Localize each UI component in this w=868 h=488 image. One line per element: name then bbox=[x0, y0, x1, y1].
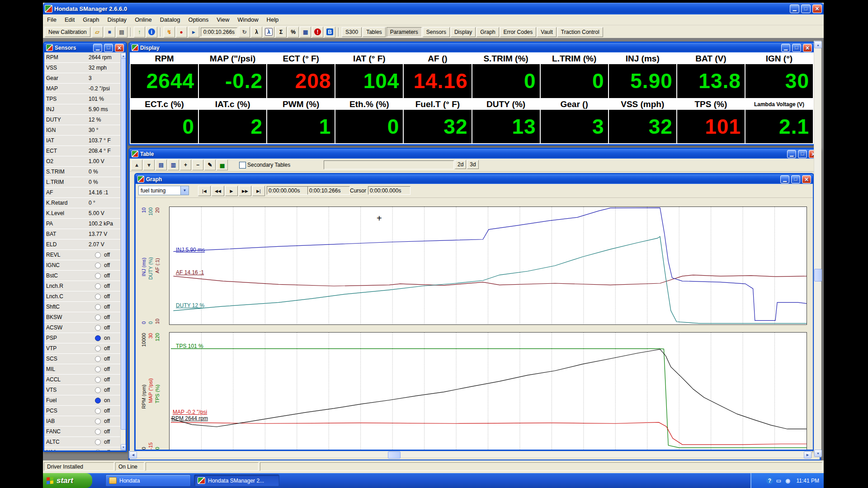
rewind-button[interactable]: ◀◀ bbox=[212, 186, 224, 196]
minimize-button[interactable] bbox=[790, 5, 799, 13]
sensors-restore-button[interactable] bbox=[104, 44, 113, 52]
menu-window[interactable]: Window bbox=[233, 15, 262, 24]
save-icon[interactable]: ■ bbox=[104, 27, 115, 38]
sensor-row-ignc: IGNCoff bbox=[44, 260, 120, 271]
bluetooth-icon[interactable]: B bbox=[324, 27, 335, 38]
mouse-cursor-crosshair bbox=[377, 213, 382, 224]
help-icon[interactable]: ? bbox=[766, 477, 774, 485]
toolbar-button-vault[interactable]: Vault bbox=[537, 27, 556, 37]
scroll-down-icon[interactable] bbox=[814, 450, 822, 457]
subtract-icon[interactable]: − bbox=[192, 160, 203, 170]
menu-online[interactable]: Online bbox=[131, 15, 156, 24]
toolbar-button-error-codes[interactable]: Error Codes bbox=[500, 27, 537, 37]
scroll-thumb[interactable] bbox=[121, 58, 126, 430]
menu-edit[interactable]: Edit bbox=[61, 15, 79, 24]
lambda-box-icon[interactable]: λ bbox=[263, 27, 274, 38]
sensors-titlebar[interactable]: Sensors bbox=[44, 43, 126, 52]
view-3d-button[interactable]: 3d bbox=[467, 160, 478, 169]
table-restore-button[interactable] bbox=[798, 150, 807, 158]
start-button[interactable]: start bbox=[43, 473, 92, 488]
taskbar-task-hondata[interactable]: Hondata bbox=[105, 474, 191, 487]
menu-options[interactable]: Options bbox=[184, 15, 213, 24]
folder-open-icon[interactable]: ▱ bbox=[92, 27, 103, 38]
skip-start-button[interactable]: |◀ bbox=[198, 186, 211, 196]
print-icon[interactable]: ▤ bbox=[116, 27, 127, 38]
scroll-down-icon[interactable] bbox=[121, 444, 126, 450]
close-button[interactable] bbox=[812, 5, 822, 13]
horizontal-scrollbar[interactable] bbox=[129, 451, 812, 458]
scroll-right-icon[interactable] bbox=[804, 451, 811, 459]
sensors-close-button[interactable] bbox=[115, 44, 124, 52]
series-line-duty bbox=[173, 237, 807, 324]
graph-close-button[interactable] bbox=[802, 175, 811, 183]
table-minimize-button[interactable] bbox=[787, 150, 796, 158]
display-titlebar[interactable]: Display bbox=[130, 43, 814, 52]
skip-end-button[interactable]: ▶| bbox=[252, 186, 265, 196]
display-restore-button[interactable] bbox=[792, 44, 801, 52]
rows-icon[interactable]: ▤ bbox=[156, 160, 167, 170]
display-cell-eth: Eth.% (%)0 bbox=[335, 99, 403, 144]
record-icon[interactable]: ● bbox=[176, 27, 187, 38]
app-titlebar[interactable]: Hondata SManager 2.6.6.0 bbox=[43, 3, 824, 14]
chevron-down-icon[interactable] bbox=[180, 186, 189, 195]
display-icon[interactable]: ▭ bbox=[775, 477, 783, 485]
plot-area-bottom[interactable]: TPS 101 %MAP -0.2 "/psiRPM 2644 rpm bbox=[169, 332, 807, 450]
lambda-icon[interactable]: λ bbox=[251, 27, 262, 38]
menu-help[interactable]: Help bbox=[263, 15, 283, 24]
upload-icon[interactable]: ↑ bbox=[134, 27, 145, 38]
display-close-button[interactable] bbox=[803, 44, 812, 52]
vertical-scrollbar[interactable] bbox=[814, 41, 821, 457]
sensors-minimize-button[interactable] bbox=[93, 44, 102, 52]
graph-titlebar[interactable]: Graph bbox=[136, 174, 813, 184]
taskbar-clock[interactable]: 11:41 PM bbox=[797, 478, 819, 484]
file-icon-group: ▱■▤ bbox=[92, 27, 127, 38]
chart-icon[interactable]: ▅ bbox=[217, 160, 228, 170]
percent-icon[interactable]: % bbox=[288, 27, 299, 38]
table-titlebar[interactable]: Table bbox=[130, 149, 820, 159]
sort-down-icon[interactable]: ▾ bbox=[143, 160, 155, 170]
stats-icon[interactable]: Σ bbox=[275, 27, 287, 38]
error-icon[interactable]: ! bbox=[312, 27, 323, 38]
toolbar-button-tables[interactable]: Tables bbox=[363, 27, 386, 37]
display-minimize-button[interactable] bbox=[781, 44, 790, 52]
toolbar-button-display[interactable]: Display bbox=[451, 27, 476, 37]
edit-icon[interactable]: ✎ bbox=[204, 160, 216, 170]
volume-icon[interactable]: ◉ bbox=[784, 477, 792, 485]
sensor-name: REVL bbox=[46, 252, 60, 258]
scroll-thumb[interactable] bbox=[814, 269, 822, 282]
view-2d-button[interactable]: 2d bbox=[455, 160, 466, 169]
menu-file[interactable]: File bbox=[43, 15, 61, 24]
menu-graph[interactable]: Graph bbox=[79, 15, 103, 24]
graph-restore-button[interactable] bbox=[791, 175, 800, 183]
toolbar-button-s300[interactable]: S300 bbox=[342, 27, 362, 37]
toolbar-button-sensors[interactable]: Sensors bbox=[423, 27, 450, 37]
graph-minimize-button[interactable] bbox=[780, 175, 789, 183]
toolbar-button-parameters[interactable]: Parameters bbox=[387, 27, 422, 37]
menu-datalog[interactable]: Datalog bbox=[156, 15, 184, 24]
fast-forward-button[interactable]: ▶▶ bbox=[239, 186, 251, 196]
trace-select-dropdown[interactable]: fuel tuning bbox=[138, 186, 189, 195]
toolbar-button-graph[interactable]: Graph bbox=[476, 27, 499, 37]
taskbar-task-hondata-smanager-2[interactable]: Hondata SManager 2... bbox=[194, 474, 279, 487]
datalog-icon[interactable]: ▸ bbox=[188, 27, 199, 38]
table-icon[interactable]: ▦ bbox=[300, 27, 311, 38]
scroll-up-icon[interactable] bbox=[814, 41, 822, 48]
info-icon[interactable]: i bbox=[146, 27, 157, 38]
sensors-scrollbar[interactable] bbox=[120, 52, 126, 450]
add-icon[interactable]: + bbox=[180, 160, 191, 170]
plot-area-top[interactable]: AF 14.16 :1DUTY 12 %INJ 5.90 ms bbox=[169, 206, 807, 325]
restore-button[interactable] bbox=[801, 5, 811, 13]
scroll-thumb[interactable] bbox=[388, 451, 401, 459]
marker-icon[interactable]: ↻ bbox=[239, 27, 250, 38]
secondary-tables-checkbox[interactable] bbox=[239, 162, 246, 169]
toolbar-button-traction-control[interactable]: Traction Control bbox=[557, 27, 603, 37]
columns-icon[interactable]: ▥ bbox=[168, 160, 179, 170]
sort-up-icon[interactable]: ▴ bbox=[131, 160, 142, 170]
new-calibration-button[interactable]: New Calibration bbox=[45, 27, 90, 37]
menu-display[interactable]: Display bbox=[104, 15, 131, 24]
sensor-value: off bbox=[104, 449, 110, 450]
scroll-left-icon[interactable] bbox=[129, 451, 137, 459]
menu-view[interactable]: View bbox=[212, 15, 233, 24]
play-button[interactable]: ▶ bbox=[225, 186, 238, 196]
flash-icon[interactable]: ↯ bbox=[164, 27, 175, 38]
